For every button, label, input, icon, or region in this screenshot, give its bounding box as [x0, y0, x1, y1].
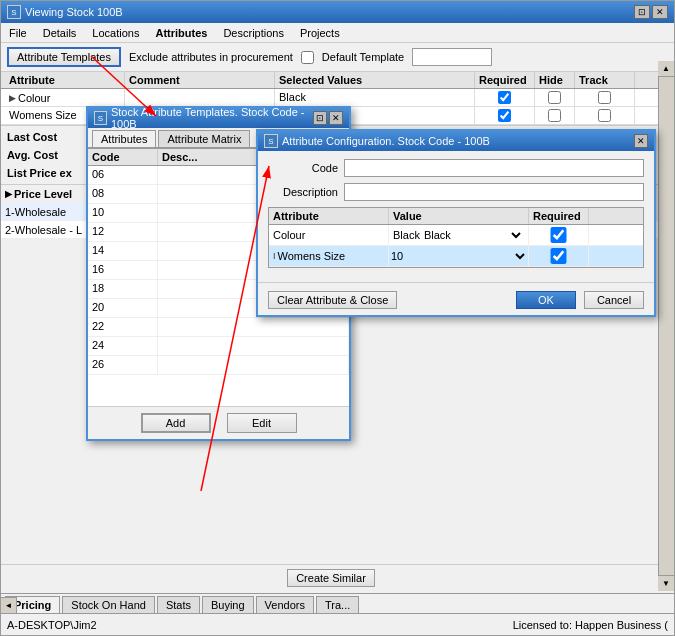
- sat-edit-button[interactable]: Edit: [227, 413, 297, 433]
- menu-projects[interactable]: Projects: [296, 26, 344, 40]
- tab-vendors[interactable]: Vendors: [256, 596, 314, 613]
- restore-button[interactable]: ⊡: [634, 5, 650, 19]
- create-similar-area: Create Similar: [1, 564, 661, 591]
- ac-title-text: Attribute Configuration. Stock Code - 10…: [282, 135, 490, 147]
- ac-grid-header: Attribute Value Required: [268, 207, 644, 224]
- sat-restore-btn[interactable]: ⊡: [313, 111, 327, 125]
- main-window: S Viewing Stock 100B ⊡ ✕ File Details Lo…: [0, 0, 675, 636]
- ac-row2-attr: I Womens Size: [269, 246, 389, 266]
- sat-col-code: Code: [88, 149, 158, 165]
- right-scrollbar[interactable]: ▲ ▼: [658, 61, 674, 591]
- list-item[interactable]: 22: [88, 318, 349, 337]
- sat-add-button[interactable]: Add: [141, 413, 211, 433]
- attr-colour-trackbin[interactable]: [598, 91, 611, 104]
- attr-col-hide: Hide: [535, 72, 575, 88]
- status-right: Licensed to: Happen Business (: [513, 619, 668, 631]
- create-similar-button[interactable]: Create Similar: [287, 569, 375, 587]
- tab-tra[interactable]: Tra...: [316, 596, 359, 613]
- attr-col-selected: Selected Values: [275, 72, 475, 88]
- status-bar: A-DESKTOP\Jim2 Licensed to: Happen Busin…: [1, 613, 674, 635]
- ac-row1-attr: Colour: [269, 225, 389, 245]
- menu-details[interactable]: Details: [39, 26, 81, 40]
- ac-row2-value: ▼: [389, 246, 529, 266]
- attr-womens-required[interactable]: [498, 109, 511, 122]
- tab-buying[interactable]: Buying: [202, 596, 254, 613]
- table-row[interactable]: I Womens Size ▼: [269, 246, 643, 267]
- tab-stats[interactable]: Stats: [157, 596, 200, 613]
- sat-close-btn[interactable]: ✕: [329, 111, 343, 125]
- menu-locations[interactable]: Locations: [88, 26, 143, 40]
- clear-attr-close-button[interactable]: Clear Attribute & Close: [268, 291, 397, 309]
- ac-code-input[interactable]: [344, 159, 644, 177]
- ac-row2-required: [529, 246, 589, 266]
- sat-title-text: Stock Attribute Templates. Stock Code - …: [111, 106, 313, 130]
- attr-col-required: Required: [475, 72, 535, 88]
- ac-row1-select[interactable]: Black: [420, 225, 524, 245]
- menu-attributes[interactable]: Attributes: [151, 26, 211, 40]
- sat-icon: S: [94, 111, 107, 125]
- attr-colour-values: Black: [275, 89, 475, 106]
- close-button[interactable]: ✕: [652, 5, 668, 19]
- table-row[interactable]: ▶ Colour Black: [1, 89, 674, 107]
- attr-col-comment: Comment: [125, 72, 275, 88]
- scroll-left-arrow[interactable]: ◄: [1, 597, 17, 613]
- sat-tab-attributes[interactable]: Attributes: [92, 130, 156, 147]
- exclude-checkbox[interactable]: [301, 51, 314, 64]
- table-row[interactable]: Colour Black Black: [269, 225, 643, 246]
- menu-descriptions[interactable]: Descriptions: [219, 26, 288, 40]
- ac-desc-row: Description: [268, 183, 644, 201]
- sat-dialog-title: S Stock Attribute Templates. Stock Code …: [88, 108, 349, 128]
- status-left: A-DESKTOP\Jim2: [7, 619, 97, 631]
- attr-templates-button[interactable]: Attribute Templates: [7, 47, 121, 67]
- bottom-tabs: Pricing Stock On Hand Stats Buying Vendo…: [1, 593, 674, 613]
- ac-row1-required: [529, 225, 589, 245]
- ac-row2-value-input[interactable]: [389, 246, 508, 266]
- ac-col-value: Value: [389, 208, 529, 224]
- scroll-up-arrow[interactable]: ▲: [658, 61, 674, 77]
- attr-colour-comment: [125, 89, 275, 106]
- ac-row1-value: Black Black: [389, 225, 529, 245]
- attr-womens-trackbin[interactable]: [598, 109, 611, 122]
- ac-dialog: S Attribute Configuration. Stock Code - …: [256, 129, 656, 317]
- ac-dialog-title: S Attribute Configuration. Stock Code - …: [258, 131, 654, 151]
- exclude-label: Exclude attributes in procurement: [129, 51, 293, 63]
- attr-colour-required[interactable]: [498, 91, 511, 104]
- ac-body: Code Description Attribute Value Require…: [258, 151, 654, 276]
- avg-cost-label: Avg. Cost: [7, 149, 97, 161]
- attr-womens-hide[interactable]: [548, 109, 561, 122]
- list-price-label: List Price ex: [7, 167, 97, 179]
- menu-bar: File Details Locations Attributes Descri…: [1, 23, 674, 43]
- ac-grid-body: Colour Black Black I Womens Size: [268, 224, 644, 268]
- last-cost-label: Last Cost: [7, 131, 97, 143]
- default-template-label: Default Template: [322, 51, 404, 63]
- tab-stockonhand[interactable]: Stock On Hand: [62, 596, 155, 613]
- attr-grid-header: Attribute Comment Selected Values Requir…: [1, 72, 674, 89]
- ac-col-attribute: Attribute: [269, 208, 389, 224]
- title-bar-icon: S: [7, 5, 21, 19]
- toolbar: Attribute Templates Exclude attributes i…: [1, 43, 674, 72]
- attr-colour-name: Colour: [18, 92, 50, 104]
- ac-desc-input[interactable]: [344, 183, 644, 201]
- ac-code-row: Code: [268, 159, 644, 177]
- scroll-down-arrow[interactable]: ▼: [658, 575, 674, 591]
- menu-file[interactable]: File: [5, 26, 31, 40]
- ac-icon: S: [264, 134, 278, 148]
- ok-button[interactable]: OK: [516, 291, 576, 309]
- ac-row1-req-checkbox[interactable]: [533, 227, 584, 243]
- ac-row2-select[interactable]: ▼: [508, 249, 528, 263]
- ac-col-required: Required: [529, 208, 589, 224]
- attr-col-trackbin: Track: [575, 72, 635, 88]
- list-item[interactable]: 26: [88, 356, 349, 375]
- ac-row2-req-checkbox[interactable]: [533, 248, 584, 264]
- sat-tab-matrix[interactable]: Attribute Matrix: [158, 130, 250, 147]
- ac-desc-label: Description: [268, 186, 338, 198]
- default-template-input[interactable]: [412, 48, 492, 66]
- ac-code-label: Code: [268, 162, 338, 174]
- ac-close-btn[interactable]: ✕: [634, 134, 648, 148]
- ac-footer: Clear Attribute & Close OK Cancel: [258, 282, 654, 315]
- title-bar-title: Viewing Stock 100B: [25, 6, 123, 18]
- price-level-label: Price Level: [14, 188, 72, 200]
- attr-colour-hide[interactable]: [548, 91, 561, 104]
- cancel-button[interactable]: Cancel: [584, 291, 644, 309]
- list-item[interactable]: 24: [88, 337, 349, 356]
